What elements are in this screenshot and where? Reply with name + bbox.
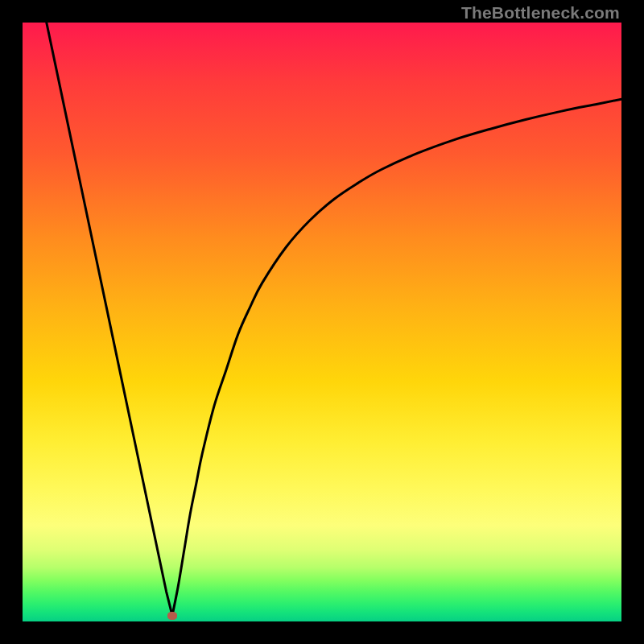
curve-left-branch (47, 23, 172, 616)
bottleneck-curve (23, 23, 621, 621)
minimum-marker (167, 612, 177, 620)
chart-frame: TheBottleneck.com (0, 0, 644, 644)
plot-area (23, 23, 621, 621)
watermark-text: TheBottleneck.com (461, 3, 620, 23)
curve-right-branch (172, 99, 621, 615)
